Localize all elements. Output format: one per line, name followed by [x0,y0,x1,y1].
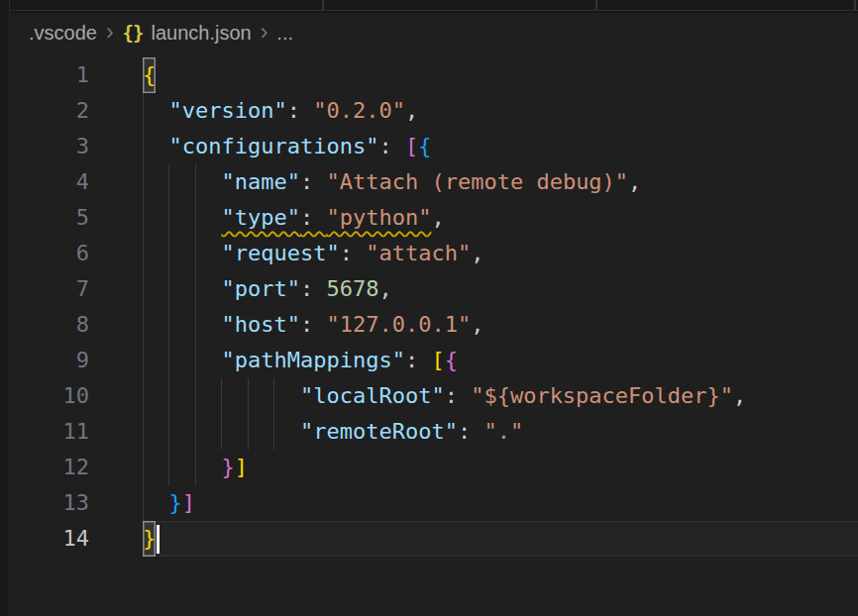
code-line[interactable]: 8 "host": "127.0.0.1", [11,307,858,343]
indent-guide [221,414,222,450]
chevron-right-icon: › [261,22,268,45]
code-line[interactable]: 9 "pathMappings": [{ [11,343,858,378]
code-token: ] [235,455,248,479]
code-line-content[interactable]: "pathMappings": [{ [143,343,858,378]
indent-guide [273,378,274,414]
code-line[interactable]: 13 }] [11,485,858,521]
tab-separator [854,0,856,11]
code-line-content[interactable]: "request": "attach", [143,236,858,271]
line-number[interactable]: 12 [11,450,89,485]
line-number[interactable]: 2 [11,93,89,129]
line-number[interactable]: 11 [11,414,89,450]
code-token: { [418,134,431,158]
code-line[interactable]: 5 "type": "python", [11,200,858,236]
line-number[interactable]: 9 [11,343,89,378]
line-number[interactable]: 1 [11,57,89,93]
code-token: "name" [221,169,299,194]
indent-guide [195,343,196,378]
indent-guide [248,378,249,414]
code-line[interactable]: 7 "port": 5678, [11,271,858,307]
code-line[interactable]: 11 "remoteRoot": "." [11,414,858,450]
indent-guide [168,450,169,485]
breadcrumb-symbol[interactable]: ... [276,22,293,45]
code-token: } [169,490,182,515]
code-line-content[interactable]: "type": "python", [143,200,858,236]
code-token [143,490,169,515]
code-line[interactable]: 12 }] [11,450,858,485]
code-line[interactable]: 1{ [11,57,858,93]
indent-guide [143,236,144,271]
code-token: { [445,348,458,372]
code-line-content[interactable]: "version": "0.2.0", [143,93,858,129]
code-line[interactable]: 10 "localRoot": "${workspaceFolder}", [11,378,858,414]
breadcrumb: .vscode › {} launch.json › ... [11,13,858,53]
code-line-content[interactable]: "remoteRoot": "." [143,414,858,450]
code-line[interactable]: 4 "name": "Attach (remote debug)", [11,164,858,200]
indent-guide [195,378,196,414]
breadcrumb-file-item[interactable]: {} launch.json [123,22,252,45]
code-token: "configurations" [169,134,379,158]
indent-guide [168,414,169,450]
code-line[interactable]: 14} [11,521,858,557]
indent-guide [195,200,196,236]
bracket-match-highlight: { [143,57,156,93]
code-line-content[interactable]: }] [143,485,858,521]
code-token: "localRoot" [300,383,445,408]
indent-guide [195,307,196,343]
code-line-content[interactable]: "host": "127.0.0.1", [143,307,858,343]
code-token [143,241,221,265]
code-token [143,455,221,479]
editor-group: .vscode › {} launch.json › ... 1{2 "vers… [11,13,858,616]
line-number[interactable]: 3 [11,129,89,164]
indent-guide [248,414,249,450]
code-line-content[interactable]: "configurations": [{ [143,129,858,164]
code-token [143,169,221,194]
code-token: , [431,205,444,230]
code-line-content[interactable]: "name": "Attach (remote debug)", [143,164,858,200]
indent-guide [168,271,169,307]
breadcrumb-folder[interactable]: .vscode [29,22,97,45]
line-number[interactable]: 6 [11,236,89,271]
indent-guide [143,200,144,236]
code-line-content[interactable]: "localRoot": "${workspaceFolder}", [143,378,858,414]
line-number[interactable]: 4 [11,164,89,200]
indent-guide [143,164,144,200]
code-line[interactable]: 3 "configurations": [{ [11,129,858,164]
tab-bar [0,0,858,11]
code-token: } [221,455,234,479]
text-cursor [157,525,160,554]
indent-guide [143,378,144,414]
code-token: "type" [221,205,299,230]
code-token: "." [483,419,523,444]
line-number[interactable]: 5 [11,200,89,236]
code-line-content[interactable]: "port": 5678, [143,271,858,307]
indent-guide [168,343,169,378]
breadcrumb-file-label: launch.json [152,22,252,45]
code-token: "python" [326,205,431,230]
bracket-match-highlight: } [143,521,156,557]
indent-guide [195,164,196,200]
code-token [143,348,221,372]
code-line-content[interactable]: { [143,57,858,93]
code-line-content[interactable]: } [143,521,858,557]
line-number[interactable]: 7 [11,271,89,307]
line-number[interactable]: 13 [11,485,89,521]
line-number[interactable]: 14 [11,521,89,557]
indent-guide [195,271,196,307]
code-line[interactable]: 6 "request": "attach", [11,236,858,271]
json-file-icon: {} [123,22,144,44]
indent-guide [143,450,144,485]
code-token: "127.0.0.1" [326,312,471,337]
code-token: , [405,98,418,123]
code-line-content[interactable]: }] [143,450,858,485]
indent-guide [168,307,169,343]
line-number[interactable]: 8 [11,307,89,343]
code-token: : [300,169,327,194]
indent-guide [168,164,169,200]
indent-guide [221,378,222,414]
sidebar-edge [0,0,10,616]
indent-guide [195,236,196,271]
line-number[interactable]: 10 [11,378,89,414]
code-line[interactable]: 2 "version": "0.2.0", [11,93,858,129]
code-token: ] [182,490,195,515]
